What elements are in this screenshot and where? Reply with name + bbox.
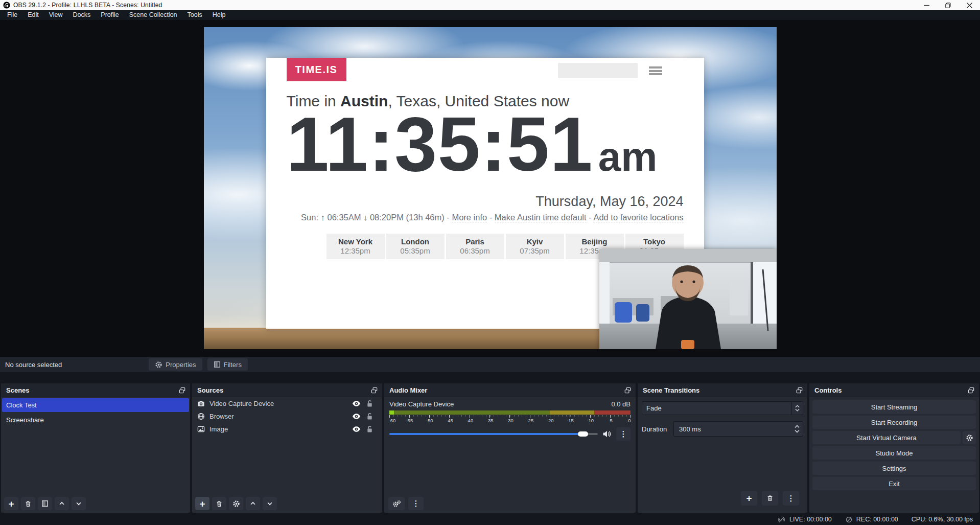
city-new-york[interactable]: New York12:35pm — [326, 234, 385, 259]
city-paris[interactable]: Paris06:35pm — [446, 234, 504, 259]
restore-button[interactable] — [937, 0, 959, 10]
settings-button[interactable]: Settings — [812, 462, 976, 475]
meter-scale: -60 -55 -50 -45 -40 -35 -30 -25 -20 -15 … — [389, 415, 631, 423]
filters-button[interactable]: Filters — [207, 358, 248, 371]
properties-button[interactable]: Properties — [149, 358, 202, 371]
source-properties-button[interactable] — [229, 497, 243, 510]
visibility-eye-icon[interactable] — [352, 400, 361, 407]
menu-scene-collection[interactable]: Scene Collection — [124, 10, 182, 20]
controls-body: Start Streaming Start Recording Start Vi… — [809, 397, 979, 493]
menu-view[interactable]: View — [44, 10, 68, 20]
rec-status: REC: 00:00:00 — [845, 516, 898, 523]
move-scene-up-button[interactable] — [55, 497, 69, 510]
popout-icon[interactable] — [796, 386, 803, 394]
audio-mixer-body: Video Capture Device 0.0 dB -60 -55 -50 … — [384, 397, 636, 513]
popout-icon[interactable] — [370, 386, 378, 394]
scenes-toolbar: + — [4, 497, 86, 510]
audio-mixer-title: Audio Mixer — [389, 386, 427, 394]
program-canvas[interactable]: TIME.IS Time in Austin, Texas, United St… — [204, 27, 777, 349]
scenes-title: Scenes — [6, 386, 30, 394]
record-inactive-icon — [845, 516, 853, 523]
volume-slider-handle[interactable] — [578, 431, 588, 437]
timeis-clock: 11:35:51am — [287, 113, 684, 180]
source-row-browser[interactable]: Browser — [192, 410, 382, 423]
source-row-video-capture[interactable]: Video Capture Device — [192, 397, 382, 410]
menu-docks[interactable]: Docks — [68, 10, 96, 20]
menu-edit[interactable]: Edit — [22, 10, 44, 20]
duration-label: Duration — [642, 425, 673, 433]
start-recording-button[interactable]: Start Recording — [812, 416, 976, 429]
mixer-channel-menu-button[interactable]: ⋮ — [616, 427, 631, 441]
city-kyiv[interactable]: Kyiv07:35pm — [506, 234, 564, 259]
transition-menu-button[interactable]: ⋮ — [783, 491, 799, 506]
scene-transitions-title: Scene Transitions — [643, 386, 699, 394]
minimize-button[interactable] — [916, 0, 937, 10]
mixer-toolbar: ⋮ — [388, 497, 424, 510]
make-default-link[interactable]: Make Austin time default — [495, 213, 587, 222]
scenes-list: Clock Test Screenshare + — [1, 397, 190, 513]
popout-icon[interactable] — [624, 386, 632, 394]
advanced-audio-gear-icon[interactable] — [388, 497, 405, 510]
menu-file[interactable]: File — [2, 10, 22, 20]
image-icon — [197, 425, 205, 433]
gear-icon — [232, 500, 240, 508]
source-toolbar: No source selected Properties Filters — [0, 357, 980, 372]
sun-info-line: Sun: ↑ 06:35AM ↓ 08:20PM (13h 46m) - Mor… — [287, 213, 684, 222]
volume-slider[interactable] — [389, 433, 598, 435]
sources-dock: Sources Video Capture Device Browser — [192, 383, 382, 513]
menu-help[interactable]: Help — [207, 10, 231, 20]
start-streaming-button[interactable]: Start Streaming — [812, 400, 976, 414]
filter-icon — [214, 361, 221, 368]
remove-transition-button[interactable] — [762, 491, 778, 506]
unlock-icon[interactable] — [366, 413, 373, 420]
statusbar: LIVE: 00:00:00 REC: 00:00:00 CPU: 0.6%, … — [0, 514, 980, 525]
sources-toolbar: + — [195, 497, 277, 510]
add-scene-button[interactable]: + — [4, 497, 18, 510]
city-london[interactable]: London05:35pm — [386, 234, 445, 259]
globe-icon — [197, 413, 205, 420]
sources-title: Sources — [197, 386, 223, 394]
timeis-logo[interactable]: TIME.IS — [287, 58, 346, 81]
unlock-icon[interactable] — [366, 400, 373, 407]
virtual-camera-config-gear-icon[interactable] — [963, 431, 976, 444]
select-spinner[interactable] — [791, 402, 803, 415]
menu-profile[interactable]: Profile — [96, 10, 124, 20]
start-virtual-camera-button[interactable]: Start Virtual Camera — [812, 431, 961, 444]
menu-tools[interactable]: Tools — [182, 10, 207, 20]
controls-title: Controls — [814, 386, 842, 394]
source-row-image[interactable]: Image — [192, 423, 382, 436]
more-info-link[interactable]: More info — [452, 213, 487, 222]
scene-item-screenshare[interactable]: Screenshare — [1, 413, 190, 427]
move-source-up-button[interactable] — [246, 497, 260, 510]
add-favorite-link[interactable]: Add to favorite locations — [593, 213, 683, 222]
scene-filters-button[interactable] — [38, 497, 52, 510]
add-source-button[interactable]: + — [195, 497, 209, 510]
duration-spinner[interactable] — [791, 425, 803, 433]
visibility-eye-icon[interactable] — [352, 413, 361, 420]
scene-item-clock-test[interactable]: Clock Test — [2, 398, 189, 412]
close-button[interactable] — [959, 0, 980, 10]
exit-button[interactable]: Exit — [812, 477, 976, 490]
visibility-eye-icon[interactable] — [352, 426, 361, 432]
transition-select[interactable]: Fade — [642, 401, 803, 415]
hamburger-menu-icon[interactable] — [649, 66, 662, 75]
move-scene-down-button[interactable] — [72, 497, 86, 510]
add-transition-button[interactable]: + — [741, 491, 757, 506]
menubar: File Edit View Docks Profile Scene Colle… — [0, 10, 980, 20]
remove-scene-button[interactable] — [21, 497, 35, 510]
current-time: 11:35:51 — [287, 101, 593, 187]
popout-icon[interactable] — [178, 386, 186, 394]
mixer-menu-button[interactable]: ⋮ — [408, 497, 424, 510]
speaker-icon[interactable] — [602, 430, 612, 438]
search-input[interactable] — [558, 63, 638, 78]
studio-mode-button[interactable]: Studio Mode — [812, 446, 976, 460]
unlock-icon[interactable] — [366, 425, 373, 433]
audio-level-meter — [389, 410, 631, 415]
remove-source-button[interactable] — [212, 497, 226, 510]
move-source-down-button[interactable] — [263, 497, 277, 510]
scenes-dock: Scenes Clock Test Screenshare + — [1, 383, 190, 513]
duration-spinbox[interactable]: 300 ms — [673, 421, 803, 437]
filter-icon — [41, 500, 49, 507]
transitions-toolbar: + ⋮ — [741, 491, 799, 506]
popout-icon[interactable] — [967, 386, 975, 394]
